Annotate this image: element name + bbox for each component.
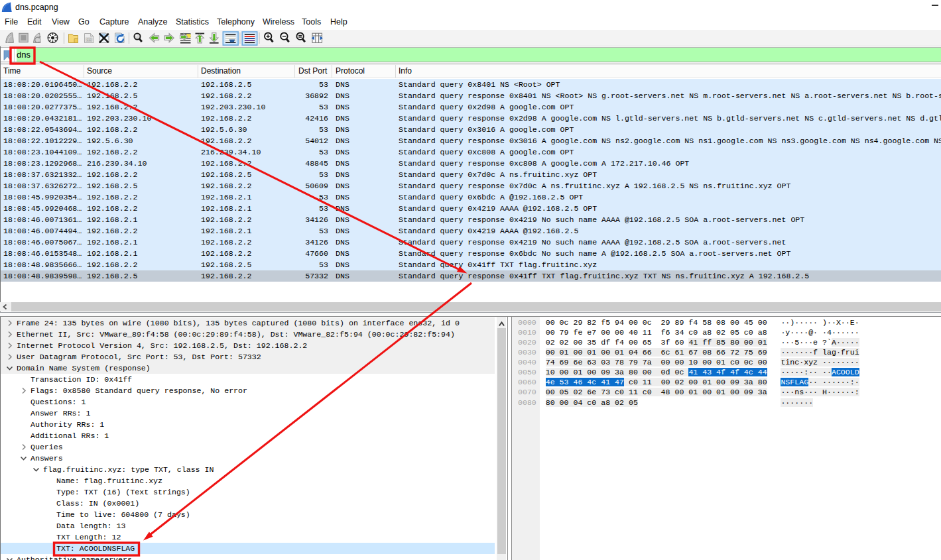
svg-text:010: 010 — [86, 38, 92, 42]
